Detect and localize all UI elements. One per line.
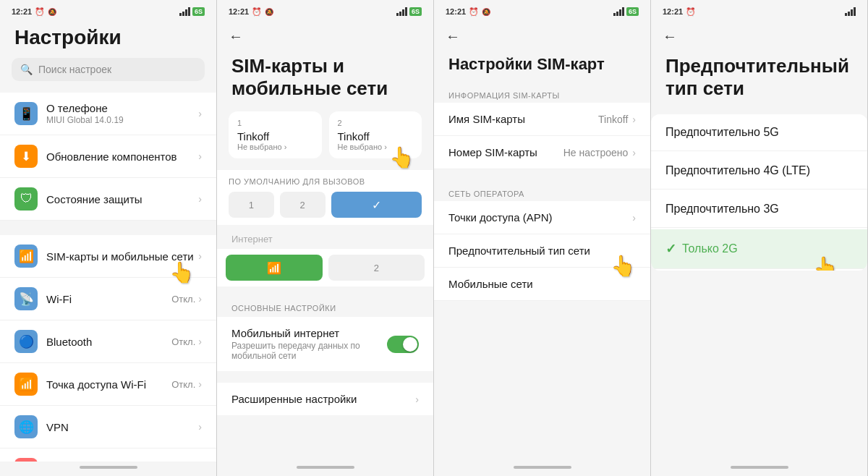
status-bar-3: 12:21 ⏰ 🔕 6S: [434, 0, 650, 20]
vpn-text: VPN: [46, 421, 198, 433]
settings-item-hotspot[interactable]: 📶 Точка доступа Wi-Fi Откл. ›: [0, 363, 216, 406]
alarm-icon-2: ⏰: [252, 7, 262, 17]
network-option-4g[interactable]: Предпочтительно 4G (LTE): [651, 153, 867, 190]
basic-settings-label: ОСНОВНЫЕ НАСТРОЙКИ: [217, 298, 433, 317]
chevron-bluetooth: ›: [198, 336, 202, 347]
mobile-internet-item[interactable]: Мобильный интернет Разрешить передачу да…: [217, 317, 433, 371]
home-indicator-1: [0, 462, 216, 476]
signal-bars-1: [179, 7, 190, 16]
advanced-settings-section: Расширенные настройки ›: [217, 383, 433, 415]
status-bar-4: 12:21 ⏰: [651, 0, 867, 20]
nav-bar-2: ←: [217, 20, 433, 52]
home-bar-3: [514, 466, 571, 469]
screen2-title: SIM-карты и мобильные сети: [217, 52, 433, 111]
back-arrow-2[interactable]: ←: [229, 28, 243, 45]
apn-item[interactable]: Точки доступа (APN) ›: [434, 201, 650, 234]
mobile-internet-text: Мобильный интернет Разрешить передачу да…: [231, 327, 387, 361]
nav-bar-3: ←: [434, 20, 650, 52]
signal-bars-3: [613, 7, 624, 16]
chevron-hotspot: ›: [198, 378, 202, 390]
sim-info-label: ИНФОРМАЦИЯ SIM-КАРТЫ: [434, 85, 650, 103]
dnd-icon-2: 🔕: [265, 8, 273, 16]
internet-tab-1[interactable]: 📶: [226, 255, 323, 281]
sim1-number: 1: [237, 119, 313, 127]
hotspot-status: Откл.: [171, 379, 195, 390]
settings-item-update[interactable]: ⬇ Обновление компонентов ›: [0, 135, 216, 178]
settings-item-sharing[interactable]: 🔗 Подключение и общий доступ ›: [0, 449, 216, 462]
settings-item-wifi[interactable]: 📡 Wi-Fi Откл. ›: [0, 278, 216, 320]
screen1-title: Настройки: [0, 20, 216, 58]
call-default-section: По умолчанию для вызовов 1 2 ✓: [217, 170, 433, 225]
chevron-apn: ›: [632, 212, 636, 224]
call-default-label: По умолчанию для вызовов: [229, 177, 422, 192]
battery-1: 6S: [192, 7, 205, 16]
wifi-tab-icon: 📶: [267, 261, 281, 275]
internet-tab-2[interactable]: 2: [328, 255, 425, 281]
preferred-network-item[interactable]: Предпочтительный тип сети 👆: [434, 234, 650, 268]
time-2: 12:21: [229, 7, 249, 16]
sim2-number: 2: [338, 119, 414, 127]
check-icon: ✓: [665, 241, 676, 257]
internet-tabs: 📶 2: [217, 249, 433, 286]
preferred-network-label: Предпочтительный тип сети: [448, 245, 636, 257]
home-bar-1: [80, 466, 137, 469]
network-4g-text: Предпочтительно 4G (LTE): [665, 164, 853, 177]
settings-item-bluetooth[interactable]: 🔵 Bluetooth Откл. ›: [0, 320, 216, 363]
sim-active-toggle[interactable]: ✓: [331, 192, 422, 218]
sim-name-label: Имя SIM-карты: [448, 113, 598, 125]
sim-number-item[interactable]: Номер SIM-карты Не настроено ›: [434, 136, 650, 169]
sim-name-item[interactable]: Имя SIM-карты Tinkoff ›: [434, 103, 650, 136]
network-option-5g[interactable]: Предпочтительно 5G: [651, 114, 867, 151]
settings-item-vpn[interactable]: 🌐 VPN ›: [0, 406, 216, 449]
sim-name-value: Tinkoff: [598, 114, 628, 125]
phone-sublabel: MIUI Global 14.0.19: [46, 115, 198, 125]
screen4-title: Предпочтительный тип сети: [651, 52, 867, 114]
search-bar[interactable]: 🔍 Поиск настроек: [12, 58, 205, 81]
sim1-status: Не выбрано ›: [237, 143, 313, 151]
internet-label: Интернет: [217, 234, 433, 249]
cursor-hand-4: 👆: [813, 255, 838, 271]
network-2g-text: Только 2G: [682, 242, 853, 255]
sim-label: SIM-карты и мобильные сети: [46, 250, 198, 263]
sim1-toggle-btn[interactable]: 1: [229, 192, 274, 218]
time-4: 12:21: [663, 7, 683, 16]
alarm-icon-3: ⏰: [469, 7, 479, 17]
wifi-label: Wi-Fi: [46, 293, 171, 305]
battery-2: 6S: [409, 7, 422, 16]
home-indicator-4: [651, 462, 867, 476]
hotspot-icon: 📶: [14, 373, 38, 396]
screen3-sim-settings: 12:21 ⏰ 🔕 6S ← Настройки SIM-карт ИНФОРМ…: [434, 0, 651, 476]
network-option-2g[interactable]: ✓ Только 2G 👆: [651, 229, 867, 269]
back-arrow-4[interactable]: ←: [663, 28, 677, 45]
network-option-3g[interactable]: Предпочтительно 3G: [651, 191, 867, 228]
update-text: Обновление компонентов: [46, 150, 198, 163]
signal-bars-2: [396, 7, 407, 16]
status-bar-2: 12:21 ⏰ 🔕 6S: [217, 0, 433, 20]
checkmark-icon: ✓: [372, 198, 381, 212]
bluetooth-status: Откл.: [171, 336, 195, 347]
mobile-networks-label: Мобильные сети: [448, 278, 636, 290]
mobile-internet-toggle[interactable]: [387, 336, 419, 353]
mobile-internet-label: Мобильный интернет: [231, 327, 387, 339]
phone-label: О телефоне: [46, 102, 198, 114]
chevron-advanced: ›: [415, 394, 419, 405]
screen3-divider: [434, 169, 650, 184]
sim-card-1[interactable]: 1 Tinkoff Не выбрано ›: [229, 111, 322, 158]
sim-card-2[interactable]: 2 Tinkoff Не выбрано › 👆: [329, 111, 422, 158]
screen3-content: Настройки SIM-карт ИНФОРМАЦИЯ SIM-КАРТЫ …: [434, 52, 650, 462]
mobile-networks-item[interactable]: Мобильные сети: [434, 268, 650, 301]
chevron-sim: ›: [198, 250, 202, 262]
hotspot-text: Точка доступа Wi-Fi: [46, 378, 171, 391]
advanced-settings-item[interactable]: Расширенные настройки ›: [217, 383, 433, 415]
screen2-content: SIM-карты и мобильные сети 1 Tinkoff Не …: [217, 52, 433, 462]
settings-item-phone[interactable]: 📱 О телефоне MIUI Global 14.0.19 ›: [0, 93, 216, 135]
sim-cards-row: 1 Tinkoff Не выбрано › 2 Tinkoff Не выбр…: [217, 111, 433, 170]
settings-item-security[interactable]: 🛡 Состояние защиты ›: [0, 178, 216, 221]
battery-3: 6S: [626, 7, 639, 16]
settings-item-sim[interactable]: 📶 SIM-карты и мобильные сети › 👆: [0, 235, 216, 278]
sim-icon: 📶: [14, 245, 38, 268]
back-arrow-3[interactable]: ←: [446, 28, 460, 45]
sim2-toggle-btn[interactable]: 2: [280, 192, 326, 218]
screen4-content: Предпочтительный тип сети Предпочтительн…: [651, 52, 867, 462]
bluetooth-icon: 🔵: [14, 330, 38, 353]
